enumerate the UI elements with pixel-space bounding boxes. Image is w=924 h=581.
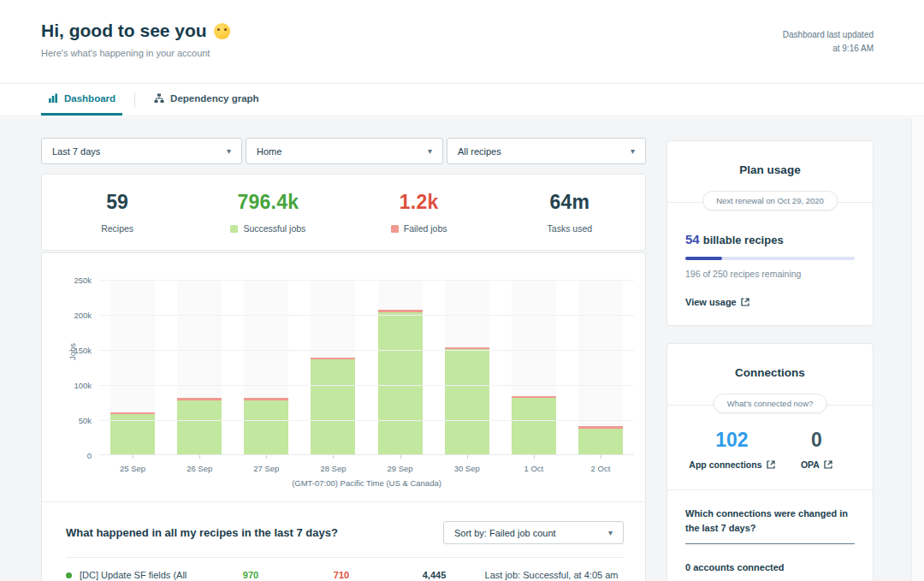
opa-stat: 0 OPA [779, 429, 855, 471]
stat-recipes: 59 Recipes [42, 191, 192, 234]
stat-tasks-used: 64m Tasks used [495, 191, 645, 234]
recipe-last-job: Last job: Successful, at 4:05 am [479, 570, 624, 580]
y-axis-tick: 150k [54, 346, 92, 355]
stacked-bar[interactable] [110, 412, 155, 454]
sort-by-select[interactable]: Sort by: Failed job count ▾ [443, 521, 624, 544]
tab-dashboard-label: Dashboard [64, 93, 116, 104]
connections-title: Connections [685, 344, 855, 379]
page-header: Hi, good to see you Here's what's happen… [0, 0, 924, 84]
x-axis-tick [601, 455, 601, 459]
opa-value: 0 [779, 429, 855, 452]
recipes-progress-bar [685, 257, 855, 260]
x-axis-tick [400, 455, 401, 459]
successful-legend-square [230, 225, 238, 233]
app-connections-link[interactable]: App connections [689, 459, 774, 470]
connections-card: Connections What's connected now? 102 Ap… [666, 343, 874, 581]
y-axis-tick: 50k [54, 416, 92, 425]
recipes-remaining-text: 196 of 250 recipes remaining [685, 269, 855, 279]
x-axis-tick [467, 455, 468, 459]
successful-jobs-bar [512, 398, 556, 454]
stat-failed-value: 1.2k [344, 191, 495, 214]
x-axis-label: 27 Sep [253, 464, 279, 473]
app-connections-stat: 102 App connections [685, 429, 779, 471]
billable-recipes: 54billable recipes [685, 232, 855, 246]
x-axis-tick [199, 455, 200, 459]
stacked-bar[interactable] [244, 398, 288, 454]
date-range-select[interactable]: Last 7 days ▾ [41, 138, 242, 164]
y-axis-tick: 100k [54, 381, 92, 390]
recipes-progress-fill [685, 257, 722, 260]
external-link-icon [767, 460, 775, 469]
chart-column-28-sep[interactable]: 28 Sep [299, 280, 366, 454]
stat-recipes-value: 59 [42, 191, 192, 214]
page-subtitle: Here's what's happening in your account [41, 48, 210, 58]
chart-column-29-sep[interactable]: 29 Sep [367, 280, 434, 454]
app-connections-label: App connections [689, 459, 761, 470]
chart-column-25-sep[interactable]: 25 Sep [99, 280, 166, 454]
successful-jobs-bar [578, 429, 623, 454]
chart-column-1-oct[interactable]: 1 Oct [500, 280, 567, 454]
plan-usage-card: Plan usage Next renewal on Oct 29, 2020 … [666, 140, 874, 326]
status-dot [66, 572, 72, 578]
chart-column-2-oct[interactable]: 2 Oct [567, 280, 634, 454]
gridline [99, 280, 634, 281]
view-usage-link[interactable]: View usage [685, 297, 749, 307]
y-axis-tick: 250k [54, 276, 92, 285]
stacked-bar[interactable] [445, 347, 489, 455]
x-axis-label: 28 Sep [320, 464, 346, 473]
stacked-bar[interactable] [578, 426, 623, 454]
opa-link[interactable]: OPA [801, 459, 832, 470]
last-updated-line2: at 9:16 AM [783, 42, 874, 56]
jobs-bar-chart: 25 Sep26 Sep27 Sep28 Sep29 Sep30 Sep1 Oc… [99, 280, 634, 455]
x-axis-label: 2 Oct [591, 464, 611, 473]
whats-connected-pill[interactable]: What's connected now? [714, 394, 827, 413]
x-axis-tick [534, 455, 535, 459]
chart-column-30-sep[interactable]: 30 Sep [434, 280, 500, 454]
stat-successful-jobs: 796.4k Successful jobs [192, 191, 343, 234]
recipe-failed-count: 710 [293, 570, 389, 580]
stacked-bar[interactable] [378, 310, 423, 454]
billable-recipes-value: 54 [685, 232, 700, 246]
opa-label: OPA [801, 459, 820, 470]
x-axis-tick [333, 455, 334, 459]
stacked-bar[interactable] [311, 358, 355, 454]
chevron-down-icon: ▾ [608, 528, 613, 537]
view-usage-label: View usage [685, 297, 737, 307]
x-axis-label: 30 Sep [454, 464, 480, 473]
recipe-tasks-count: 4,445 [389, 570, 479, 580]
recipe-name[interactable]: [DC] Update SF fields (All [80, 570, 208, 580]
gridline [99, 385, 634, 386]
stat-failed-label: Failed jobs [404, 223, 447, 234]
last-updated-line1: Dashboard last updated [783, 28, 874, 42]
external-link-icon [824, 460, 832, 469]
stacked-bar[interactable] [512, 396, 556, 454]
last-updated-text: Dashboard last updated at 9:16 AM [783, 28, 874, 56]
y-axis-tick: 200k [54, 311, 92, 320]
page-title: Hi, good to see you [41, 21, 207, 41]
stats-card: 59 Recipes 796.4k Successful jobs 1.2k F… [41, 174, 646, 251]
gridline [99, 420, 634, 421]
successful-jobs-bar [311, 359, 355, 454]
folder-value: Home [257, 146, 281, 157]
tab-dependency-graph-label: Dependency graph [170, 93, 259, 104]
x-axis-label: 1 Oct [524, 464, 543, 473]
recipe-row[interactable]: [DC] Update SF fields (All 970 710 4,445… [66, 570, 624, 580]
scrollbar-track[interactable] [911, 117, 924, 581]
sort-by-value: Sort by: Failed job count [454, 528, 556, 538]
chevron-down-icon: ▾ [227, 146, 231, 156]
recipe-successful-count: 970 [208, 570, 293, 580]
folder-select[interactable]: Home ▾ [246, 138, 443, 164]
chart-column-26-sep[interactable]: 26 Sep [166, 280, 233, 454]
stat-tasks-value: 64m [495, 191, 645, 214]
renewal-pill[interactable]: Next renewal on Oct 29, 2020 [702, 191, 838, 210]
stat-tasks-label: Tasks used [548, 223, 593, 234]
stat-successful-value: 796.4k [192, 191, 343, 214]
connections-changed-question: Which connections were changed in the la… [685, 507, 855, 544]
successful-jobs-bar [378, 312, 423, 454]
tab-dashboard[interactable]: Dashboard [41, 84, 122, 116]
recipes-select[interactable]: All recipes ▾ [447, 138, 646, 164]
content-area: Last 7 days ▾ Home ▾ All recipes ▾ 59 Re… [0, 117, 924, 581]
tab-dependency-graph[interactable]: Dependency graph [147, 84, 266, 116]
stacked-bar[interactable] [177, 398, 222, 454]
chart-column-27-sep[interactable]: 27 Sep [233, 280, 299, 454]
